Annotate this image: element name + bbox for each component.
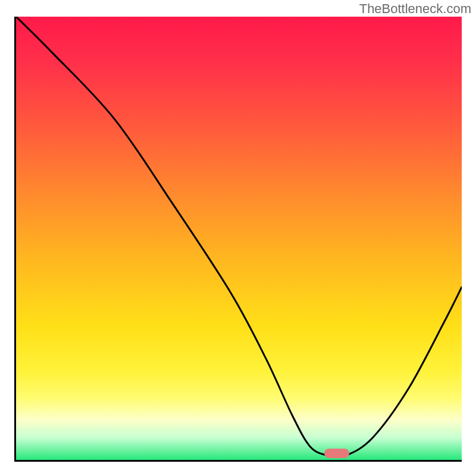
curve-svg bbox=[16, 17, 462, 460]
optimal-marker bbox=[324, 449, 349, 458]
plot-area bbox=[14, 17, 462, 462]
watermark-text: TheBottleneck.com bbox=[359, 1, 471, 17]
bottleneck-curve-line bbox=[16, 17, 462, 457]
chart-container: TheBottleneck.com bbox=[0, 0, 476, 476]
